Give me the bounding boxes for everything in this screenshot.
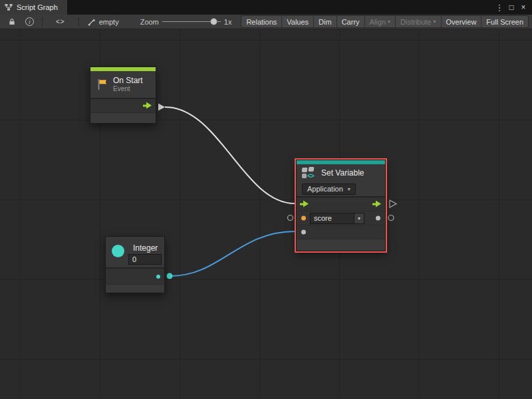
on-start-header: On Start Event <box>90 71 156 98</box>
zoom-slider-knob[interactable] <box>210 18 217 25</box>
toolbar-separator <box>78 17 79 27</box>
flow-output-connector-set-variable[interactable] <box>390 200 396 207</box>
on-start-port-row <box>90 99 156 113</box>
set-variable-header: <> Set Variable <box>297 164 385 182</box>
tab-script-graph[interactable]: Script Graph <box>0 0 67 15</box>
caret-down-icon: ▾ <box>434 19 436 25</box>
fullscreen-label: Full Screen <box>486 18 523 26</box>
lock-icon <box>8 17 16 26</box>
maximize-icon[interactable]: □ <box>505 3 517 12</box>
variable-scope-value: Application <box>307 185 343 193</box>
on-start-titles: On Start Event <box>113 76 143 93</box>
flow-arrow-output-icon[interactable] <box>143 102 152 110</box>
zoom-slider[interactable] <box>162 17 221 27</box>
flow-arrow-input-icon[interactable] <box>300 201 309 208</box>
align-button: Align▾ <box>364 16 395 27</box>
unconnected-output-port-circle[interactable] <box>388 215 394 221</box>
code-icon: <> <box>307 172 314 180</box>
carry-button[interactable]: Carry <box>336 16 364 27</box>
relations-button[interactable]: Relations <box>241 16 281 27</box>
node-integer[interactable]: Integer 0 <box>105 236 165 293</box>
unconnected-input-port-circle[interactable] <box>288 215 293 221</box>
name-port-row: score ▾ <box>297 211 385 225</box>
integer-value-field[interactable]: 0 <box>128 254 162 265</box>
flow-arrow-output-icon[interactable] <box>372 201 382 208</box>
caret-down-icon: ▾ <box>388 19 390 25</box>
node-subtitle: Event <box>113 85 143 93</box>
edit-graph-button[interactable]: <> <box>46 16 75 28</box>
window-menu-icon[interactable]: ⋮ <box>493 3 505 13</box>
script-graph-window: Script Graph ⋮ □ × i <> empty <box>0 0 532 399</box>
node-footer <box>297 239 385 251</box>
toolbar-separator <box>42 17 43 27</box>
connection-on-start-to-set-variable[interactable] <box>165 107 295 203</box>
node-set-variable[interactable]: <> Set Variable Application ▾ score ▾ <box>296 160 386 251</box>
graph-canvas[interactable]: On Start Event <> Set Variable <box>0 29 532 399</box>
dim-button[interactable]: Dim <box>313 16 336 27</box>
toolbar-button-group: Relations Values Dim Carry Align▾ Distri… <box>241 15 529 28</box>
dim-label: Dim <box>319 18 332 26</box>
node-footer <box>90 113 156 123</box>
integer-output-connector[interactable] <box>167 273 173 279</box>
value-output-port[interactable] <box>376 216 380 221</box>
value-input-port[interactable] <box>301 230 306 235</box>
values-label: Values <box>287 18 309 26</box>
connection-integer-to-set-variable[interactable] <box>171 231 295 276</box>
close-icon[interactable]: × <box>517 3 529 12</box>
set-variable-subheader: Application ▾ <box>297 182 385 196</box>
overview-label: Overview <box>446 18 477 26</box>
name-input-port[interactable] <box>301 216 306 221</box>
caret-down-icon: ▾ <box>348 186 350 192</box>
fullscreen-button[interactable]: Full Screen <box>481 16 528 27</box>
node-on-start[interactable]: On Start Event <box>90 66 156 124</box>
overview-button[interactable]: Overview <box>441 16 481 27</box>
window-controls: ⋮ □ × <box>493 0 532 15</box>
info-button[interactable]: i <box>21 16 39 28</box>
caret-down-icon: ▾ <box>358 215 360 221</box>
tab-label: Script Graph <box>17 3 58 11</box>
align-label: Align <box>370 18 386 26</box>
distribute-label: Distribute <box>400 18 431 26</box>
graph-breadcrumb[interactable]: empty <box>88 18 119 26</box>
relations-label: Relations <box>246 18 277 26</box>
graph-icon <box>5 3 13 11</box>
zoom-value: 1x <box>224 18 232 26</box>
variable-name-dropdown-button[interactable]: ▾ <box>354 213 364 223</box>
integer-output-port[interactable] <box>156 275 160 279</box>
info-icon: i <box>25 17 34 26</box>
flow-port-row <box>297 198 385 211</box>
value-port-row <box>297 225 385 239</box>
integer-port-row <box>106 269 164 285</box>
lock-button[interactable] <box>3 16 21 28</box>
graph-toolbar: i <> empty Zoom 1x Relations Values Dim … <box>0 15 532 29</box>
flag-icon <box>96 78 108 90</box>
integer-header: Integer 0 <box>106 237 164 267</box>
flow-output-connector-on-start[interactable] <box>158 104 165 111</box>
variable-name-field[interactable]: score ▾ <box>310 213 364 224</box>
variables-icon: <> <box>302 167 317 180</box>
node-footer <box>106 285 164 293</box>
values-button[interactable]: Values <box>281 16 313 27</box>
graph-pointer-icon <box>88 18 96 26</box>
connections-layer <box>0 29 532 399</box>
carry-label: Carry <box>342 18 360 26</box>
node-title: Set Variable <box>321 168 364 178</box>
variable-name-value: score <box>311 213 354 223</box>
distribute-button: Distribute▾ <box>395 16 440 27</box>
node-title: On Start <box>113 76 143 85</box>
breadcrumb-label: empty <box>99 18 119 26</box>
node-title: Integer <box>133 243 158 253</box>
zoom-label: Zoom <box>140 18 159 26</box>
integer-type-icon <box>112 245 124 257</box>
titlebar: Script Graph ⋮ □ × <box>0 0 532 15</box>
variable-scope-dropdown[interactable]: Application ▾ <box>302 184 356 195</box>
